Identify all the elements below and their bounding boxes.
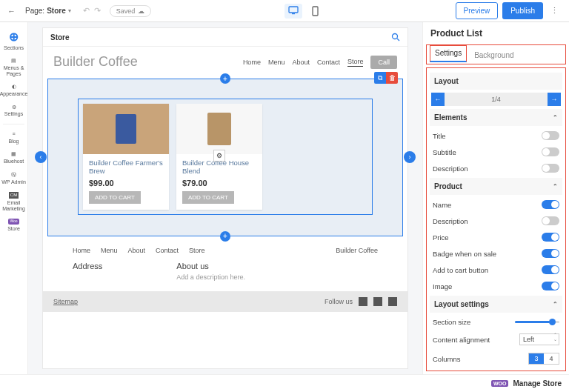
layout-pager: ← 1/4 → (431, 93, 561, 106)
plus-icon: ⊕ (9, 30, 19, 44)
row-label: Description (433, 165, 468, 173)
toggle-name[interactable] (542, 200, 559, 209)
carousel-prev-icon[interactable]: ‹ (35, 151, 47, 163)
add-section-above-icon[interactable]: + (220, 73, 230, 84)
group-layout[interactable]: Layout (430, 73, 562, 90)
undo-icon[interactable]: ↶ (83, 6, 90, 16)
row-label: Title (433, 132, 446, 140)
footer-brand: Builder Coffee (336, 247, 378, 254)
chevron-up-icon: ⌃ (553, 114, 558, 121)
product-card[interactable]: Builder Coffee Farmer's Brew $99.00 ADD … (83, 104, 169, 210)
sidebar-blog[interactable]: ≡Blog (0, 127, 27, 147)
group-product[interactable]: Product⌃ (430, 178, 562, 195)
group-layout-settings[interactable]: Layout settings⌃ (430, 296, 562, 313)
page-selector[interactable]: Page: Store ▾ (25, 7, 71, 15)
columns-3[interactable]: 3 (529, 353, 544, 364)
footer-nav-item[interactable]: About (128, 247, 146, 254)
toggle-subtitle[interactable] (542, 147, 559, 156)
add-to-cart-button[interactable]: ADD TO CART (89, 191, 141, 204)
delete-icon[interactable]: 🗑 (386, 72, 398, 84)
instagram-icon[interactable] (388, 297, 397, 306)
more-menu-icon[interactable]: ⋮ (548, 6, 562, 16)
row-title: Title (431, 127, 561, 144)
desktop-icon[interactable] (284, 4, 302, 19)
carousel-next-icon[interactable]: › (404, 151, 416, 163)
group-elements[interactable]: Elements⌃ (430, 109, 562, 126)
product-image (176, 104, 262, 154)
card-settings-icon[interactable]: ⚙ (213, 150, 225, 162)
toggle-image[interactable] (542, 282, 559, 290)
nav-contact[interactable]: Contact (317, 59, 340, 66)
nav-home[interactable]: Home (243, 59, 261, 66)
section-size-slider[interactable] (515, 321, 559, 323)
call-button[interactable]: Call (370, 56, 397, 69)
site-footer: Sitemap Follow us (43, 291, 407, 312)
search-icon[interactable] (391, 33, 400, 41)
follow-label: Follow us (325, 298, 353, 305)
nav-about[interactable]: About (292, 59, 310, 66)
twitter-icon[interactable] (373, 297, 382, 306)
saved-label: Saved (116, 7, 136, 15)
facebook-icon[interactable] (359, 297, 367, 306)
row-label: Columns (433, 355, 461, 363)
footer-nav-item[interactable]: Menu (101, 247, 118, 254)
add-to-cart-button[interactable]: ADD TO CART (182, 191, 234, 204)
redo-icon[interactable]: ↷ (94, 6, 101, 16)
columns-picker[interactable]: 34 (528, 353, 559, 365)
back-arrow-icon[interactable]: ← (7, 7, 19, 16)
selected-section[interactable]: + ⧉ 🗑 ‹ › Builder Coffee Farmer's Brew $… (47, 79, 403, 236)
layout-position: 1/4 (445, 93, 548, 106)
woo-badge-icon: WOO (491, 380, 509, 387)
svg-rect-2 (313, 7, 318, 16)
product-grid[interactable]: Builder Coffee Farmer's Brew $99.00 ADD … (78, 99, 373, 215)
row-label: Section size (433, 318, 470, 326)
sidebar-sections[interactable]: ⊕Sections (0, 27, 27, 54)
add-section-below-icon[interactable]: + (220, 231, 230, 242)
toggle-badge[interactable] (542, 249, 559, 258)
alignment-select[interactable]: Left (519, 333, 559, 345)
mobile-icon[interactable] (308, 4, 322, 19)
sidebar-settings[interactable]: ⚙Settings (0, 101, 27, 121)
sidebar-email-marketing[interactable]: CMEmail Marketing (0, 188, 27, 215)
sidebar-wpadmin[interactable]: ⓌWP Admin (0, 168, 27, 188)
footer-nav-item[interactable]: Contact (156, 247, 179, 254)
cm-icon: CM (9, 192, 19, 199)
footer-nav-item[interactable]: Store (189, 247, 205, 254)
group-label: Product (434, 182, 462, 190)
layout-next-icon[interactable]: → (548, 93, 561, 106)
sidebar-store[interactable]: WooStore (0, 215, 27, 235)
toggle-description[interactable] (542, 164, 559, 173)
nav-store[interactable]: Store (347, 58, 364, 67)
preview-button[interactable]: Preview (456, 2, 499, 19)
sitemap-link[interactable]: Sitemap (53, 298, 78, 305)
website-canvas[interactable]: Store Builder Coffee Home Menu About Con… (43, 28, 407, 368)
sidebar-label: Appearance (0, 91, 27, 97)
layout-prev-icon[interactable]: ← (431, 93, 445, 106)
manage-store-link[interactable]: Manage Store (513, 379, 562, 388)
columns-4[interactable]: 4 (544, 353, 559, 364)
group-label: Elements (434, 113, 467, 122)
sidebar-label: Menus & Pages (4, 65, 24, 76)
tab-settings[interactable]: Settings (430, 45, 467, 62)
product-image (83, 104, 169, 154)
sidebar-appearance[interactable]: ◐Appearance (0, 80, 27, 100)
sidebar-menus-pages[interactable]: ▤Menus & Pages (0, 54, 27, 80)
toggle-title[interactable] (542, 131, 559, 140)
footer-nav-item[interactable]: Home (73, 247, 90, 254)
toggle-price[interactable] (542, 233, 559, 242)
canvas-area: Store Builder Coffee Home Menu About Con… (28, 22, 422, 374)
toggle-product-description[interactable] (542, 216, 559, 225)
duplicate-icon[interactable]: ⧉ (374, 72, 386, 84)
nav-menu[interactable]: Menu (268, 59, 285, 66)
woo-icon: Woo (8, 219, 19, 225)
toggle-add-to-cart[interactable] (542, 265, 559, 274)
publish-button[interactable]: Publish (502, 2, 543, 19)
row-label: Badge when on sale (433, 250, 496, 258)
row-label: Add to cart button (433, 266, 488, 274)
sidebar-label: Blog (8, 139, 19, 144)
sidebar-bluehost[interactable]: ▦Bluehost (0, 147, 27, 167)
row-image: Image (431, 278, 561, 294)
product-card[interactable]: ⚙ Builder Coffee House Blend $79.00 ADD … (176, 104, 262, 210)
gear-icon: ⚙ (12, 104, 16, 110)
tab-background[interactable]: Background (473, 48, 515, 62)
